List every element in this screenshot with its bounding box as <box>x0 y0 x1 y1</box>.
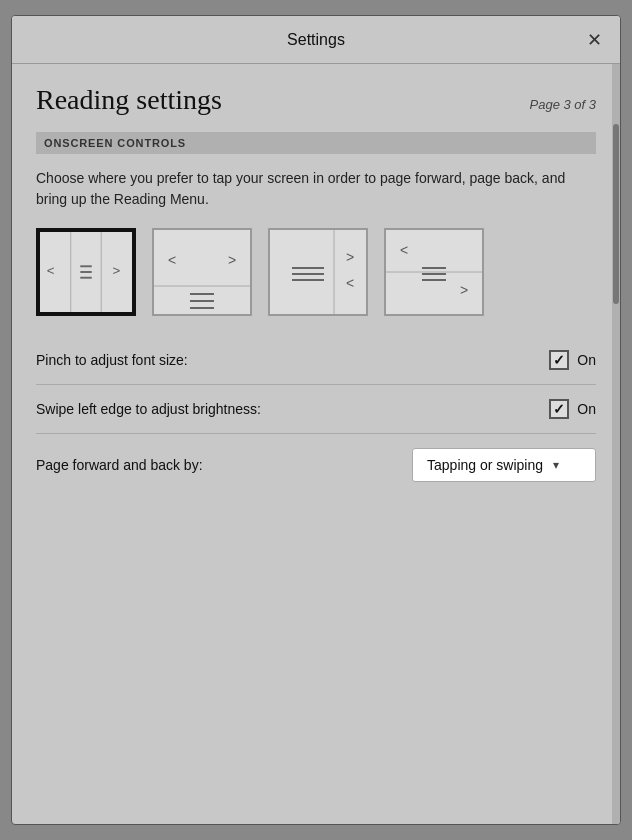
layout-svg-4: < > <box>386 230 482 314</box>
settings-dialog: Settings ✕ Reading settings Page 3 of 3 … <box>11 15 621 825</box>
svg-text:>: > <box>346 249 354 265</box>
svg-text:>: > <box>460 282 468 298</box>
pinch-font-checkbox[interactable] <box>549 350 569 370</box>
dropdown-value: Tapping or swiping <box>427 457 543 473</box>
section-label-onscreen: ONSCREEN CONTROLS <box>36 132 596 154</box>
dialog-header: Settings ✕ <box>12 16 620 64</box>
swipe-brightness-row: Swipe left edge to adjust brightness: On <box>36 385 596 434</box>
swipe-brightness-checkbox[interactable] <box>549 399 569 419</box>
page-heading-row: Reading settings Page 3 of 3 <box>36 84 596 116</box>
layout-option-3[interactable]: > < <box>268 228 368 316</box>
svg-text:<: < <box>346 275 354 291</box>
pinch-font-label: Pinch to adjust font size: <box>36 352 188 368</box>
pinch-font-control: On <box>549 350 596 370</box>
svg-text:>: > <box>228 252 236 268</box>
page-indicator: Page 3 of 3 <box>530 97 597 112</box>
layout-options-row: < > < > <box>36 228 596 316</box>
dialog-body: Reading settings Page 3 of 3 ONSCREEN CO… <box>12 64 620 824</box>
svg-text:<: < <box>47 263 55 278</box>
svg-rect-15 <box>270 230 366 314</box>
dialog-title: Settings <box>287 31 345 49</box>
page-forward-label: Page forward and back by: <box>36 457 203 473</box>
svg-text:>: > <box>113 263 121 278</box>
section-description: Choose where you prefer to tap your scre… <box>36 168 596 210</box>
layout-svg-1: < > <box>40 232 132 312</box>
close-button[interactable]: ✕ <box>583 27 606 53</box>
page-forward-dropdown[interactable]: Tapping or swiping ▾ <box>412 448 596 482</box>
scroll-track[interactable] <box>612 64 620 824</box>
svg-text:<: < <box>168 252 176 268</box>
page-forward-row: Page forward and back by: Tapping or swi… <box>36 434 596 496</box>
pinch-font-row: Pinch to adjust font size: On <box>36 336 596 385</box>
layout-option-2[interactable]: < > <box>152 228 252 316</box>
page-title: Reading settings <box>36 84 222 116</box>
swipe-brightness-label: Swipe left edge to adjust brightness: <box>36 401 261 417</box>
swipe-brightness-status: On <box>577 401 596 417</box>
layout-svg-2: < > <box>154 230 250 314</box>
swipe-brightness-control: On <box>549 399 596 419</box>
scroll-thumb[interactable] <box>613 124 619 304</box>
svg-text:<: < <box>400 242 408 258</box>
layout-svg-3: > < <box>270 230 366 314</box>
layout-option-1[interactable]: < > <box>36 228 136 316</box>
pinch-font-status: On <box>577 352 596 368</box>
chevron-down-icon: ▾ <box>553 458 559 472</box>
layout-option-4[interactable]: < > <box>384 228 484 316</box>
